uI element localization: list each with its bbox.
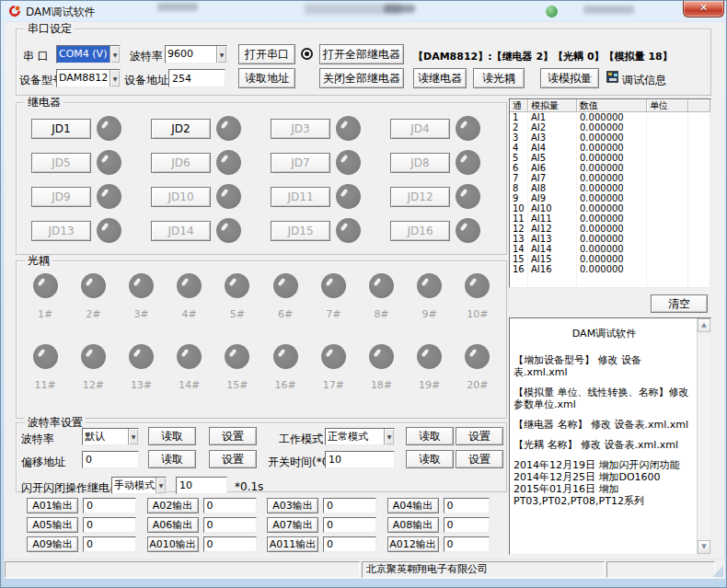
switch-read-button[interactable]: 读取 [406, 450, 454, 468]
output-button-a07[interactable]: A07输出 [267, 517, 318, 533]
relay-button-jd8[interactable]: JD8 [390, 153, 450, 173]
table-row: 10AI100.000000 [510, 203, 710, 213]
table-cell [528, 274, 577, 284]
chevron-down-icon[interactable]: ▼ [110, 70, 120, 86]
baud-cfg-select[interactable]: 默认 ▼ [82, 428, 139, 445]
table-cell: AI5 [528, 153, 577, 163]
opto-lamp-icon [225, 344, 249, 369]
relay-button-jd10[interactable]: JD10 [151, 187, 211, 207]
close-button[interactable]: ✕ [683, 1, 724, 17]
output-value-input[interactable] [203, 536, 257, 552]
relay-button-jd9[interactable]: JD9 [31, 187, 91, 207]
opto-channel-label: 7# [326, 308, 340, 320]
output-button-a08[interactable]: A08输出 [387, 517, 439, 533]
relay-lamp-icon [216, 184, 241, 209]
flash-time-input[interactable] [176, 477, 227, 494]
output-value-input[interactable] [323, 517, 376, 533]
relay-button-jd1[interactable]: JD1 [31, 119, 91, 139]
read-address-button[interactable]: 读取地址 [238, 68, 295, 88]
relay-button-jd12[interactable]: JD12 [390, 187, 450, 207]
open-serial-button[interactable]: 打开串口 [238, 44, 295, 64]
output-value-input[interactable] [83, 498, 136, 513]
close-all-relays-button[interactable]: 关闭全部继电器 [319, 68, 404, 88]
table-cell: 0.000000 [577, 264, 647, 274]
chevron-down-icon[interactable]: ▼ [216, 46, 226, 63]
relay-button-jd15[interactable]: JD15 [271, 221, 330, 241]
output-value-input[interactable] [83, 536, 136, 552]
output-value-input[interactable] [444, 517, 490, 533]
switch-set-button[interactable]: 设置 [456, 450, 503, 468]
relay-button-jd7[interactable]: JD7 [271, 153, 330, 173]
workmode-set-button[interactable]: 设置 [456, 427, 503, 445]
output-button-a02[interactable]: A02输出 [147, 498, 199, 513]
table-row [510, 274, 710, 284]
baud-read-button[interactable]: 读取 [148, 427, 196, 445]
model-select[interactable]: DAM8812 ▼ [56, 69, 121, 87]
output-button-a010[interactable]: A010输出 [147, 536, 199, 552]
output-value-input[interactable] [444, 536, 490, 552]
offset-set-button[interactable]: 设置 [209, 450, 257, 468]
output-value-input[interactable] [323, 498, 376, 513]
read-analog-button[interactable]: 读模拟量 [540, 68, 599, 88]
device-address-input[interactable] [168, 69, 225, 87]
info-title: DAM调试软件 [514, 328, 695, 340]
chevron-down-icon[interactable]: ▼ [110, 46, 120, 63]
chevron-down-icon[interactable]: ▼ [384, 429, 394, 444]
output-value-input[interactable] [444, 498, 490, 513]
info-changelog: 2014年12月19日 增加闪开闪闭功能2014年12月25日 增加DO1600… [514, 459, 695, 507]
output-button-a09[interactable]: A09输出 [27, 536, 78, 552]
output-value-input[interactable] [203, 498, 257, 513]
relay-button-jd2[interactable]: JD2 [151, 119, 211, 139]
relay-button-jd14[interactable]: JD14 [151, 221, 211, 241]
output-value-input[interactable] [203, 517, 257, 533]
scroll-up-icon[interactable]: ▲ [698, 318, 710, 332]
read-opto-button[interactable]: 读光耦 [473, 68, 525, 88]
relay-button-jd5[interactable]: JD5 [31, 153, 91, 173]
workmode-read-button[interactable]: 读取 [406, 427, 454, 445]
opto-cell: 20# [465, 344, 490, 415]
background-smudge [384, 5, 415, 13]
resize-grip-icon[interactable] [712, 566, 723, 577]
table-cell: AI8 [528, 183, 577, 193]
opto-channel-label: 11# [34, 379, 55, 391]
baud-set-button[interactable]: 设置 [209, 427, 257, 445]
offset-read-button[interactable]: 读取 [148, 450, 196, 468]
table-cell [688, 112, 710, 122]
debug-info-label[interactable]: 调试信息 [622, 73, 666, 88]
switch-time-input[interactable] [325, 451, 395, 468]
debug-info-icon[interactable] [606, 71, 618, 83]
relay-button-jd4[interactable]: JD4 [390, 119, 450, 139]
output-button-a03[interactable]: A03输出 [267, 498, 318, 513]
output-button-a05[interactable]: A05输出 [27, 517, 78, 533]
relay-button-jd6[interactable]: JD6 [151, 153, 211, 173]
analog-output-cell: A04输出 [387, 496, 508, 515]
output-button-a04[interactable]: A04输出 [387, 498, 439, 513]
chevron-down-icon[interactable]: ▼ [128, 429, 138, 444]
relay-button-jd3[interactable]: JD3 [271, 119, 330, 139]
workmode-select[interactable]: 正常模式 ▼ [325, 428, 395, 445]
opto-lamp-icon [33, 273, 58, 298]
offset-input[interactable] [82, 451, 139, 468]
output-button-a01[interactable]: A01输出 [27, 498, 78, 513]
output-button-a06[interactable]: A06输出 [147, 517, 199, 533]
read-relay-button[interactable]: 读继电器 [413, 68, 467, 88]
output-button-a011[interactable]: A011输出 [267, 536, 318, 552]
opto-lamp-icon [177, 273, 202, 298]
baud-select[interactable]: 9600 ▼ [165, 45, 227, 63]
relay-button-jd16[interactable]: JD16 [390, 221, 450, 241]
flash-mode-select[interactable]: 手动模式 ▼ [111, 477, 167, 494]
com-port-select[interactable]: COM4 (V) ▼ [56, 45, 121, 63]
chevron-down-icon[interactable]: ▼ [156, 478, 166, 493]
table-cell [647, 203, 688, 213]
scroll-down-icon[interactable]: ▼ [698, 540, 710, 554]
output-value-input[interactable] [323, 536, 376, 552]
flash-mode-value: 手动模式 [112, 478, 156, 493]
output-button-a012[interactable]: A012输出 [387, 536, 439, 552]
output-value-input[interactable] [83, 517, 136, 533]
relay-button-jd13[interactable]: JD13 [31, 221, 91, 241]
info-scrollbar[interactable]: ▲ ▼ [697, 318, 710, 554]
opto-lamp-icon [465, 344, 490, 369]
relay-button-jd11[interactable]: JD11 [271, 187, 330, 207]
open-all-relays-button[interactable]: 打开全部继电器 [319, 44, 404, 64]
clear-button[interactable]: 清空 [651, 294, 708, 313]
